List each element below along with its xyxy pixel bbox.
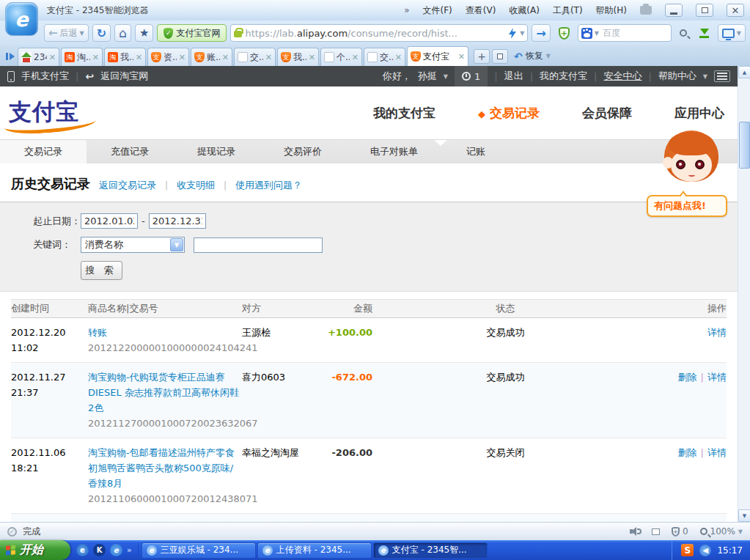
search-go-button[interactable] [675,24,691,42]
tab-close-icon[interactable]: ✕ [92,53,99,62]
product-link[interactable]: 淘宝购物-包邮看描述温州特产零食初旭鸭舌酱鸭舌头散称500克原味/香辣8月 [88,445,240,491]
tab-list-toggle-icon[interactable] [3,48,18,65]
task-upload[interactable]: e上传资料 - 2345... [257,542,372,559]
search-button[interactable]: 搜 索 [81,261,122,280]
tab-taobao-1[interactable]: 淘淘...✕ [61,48,103,66]
income-expense-link[interactable]: 收支明细 [177,179,215,192]
detail-link[interactable]: 详情 [707,327,727,338]
forward-button[interactable]: → [532,24,550,42]
tab-page-3[interactable]: 交...✕ [364,48,405,66]
tab-page-1[interactable]: 交...✕ [234,48,276,66]
tab-page-2[interactable]: 个...✕ [320,48,362,66]
menu-view[interactable]: 查看(V) [466,4,496,17]
web-search-input[interactable] [601,27,652,39]
nav-transaction-records[interactable]: ◆交易记录 [478,105,540,122]
quick-launch-e-icon[interactable]: e [110,544,122,556]
tab-alipay-active[interactable]: 支支付宝✕ [407,46,468,66]
tab-close-icon[interactable]: ✕ [309,53,315,62]
tab-2345-home[interactable]: 234...✕ [18,48,59,66]
nav-my-alipay[interactable]: 我的支付宝 [373,105,435,122]
restore-closed-tab-button[interactable]: ↶ 恢复 ▼ [514,50,551,62]
date-from-input[interactable] [81,213,138,229]
menu-help[interactable]: 帮助(H) [596,4,627,17]
skin-icon[interactable] [640,6,652,15]
detail-link[interactable]: 详情 [707,447,727,458]
menu-file[interactable]: 文件(F) [422,4,452,17]
task-alipay-active[interactable]: e支付宝 - 2345智... [373,542,488,559]
username-link[interactable]: 孙挺 [418,70,437,83]
back-to-records-link[interactable]: 返回交易记录 [99,179,156,192]
logout-link[interactable]: 退出 [504,70,523,83]
subnav-trade-reviews[interactable]: 交易评价 [260,140,346,163]
vertical-scrollbar[interactable]: ▲ ▼ [738,66,750,522]
tab-close-icon[interactable]: ✕ [395,53,402,62]
tab-taobao-2[interactable]: 淘我...✕ [104,48,146,66]
web-search-box[interactable]: ▼ [578,24,672,42]
help-assistant[interactable]: 有问题点我! [647,130,727,217]
favorite-star-button[interactable]: ★ [135,24,153,42]
scrollbar-thumb[interactable] [739,122,750,169]
lightning-icon[interactable] [508,28,517,39]
date-to-input[interactable] [149,213,206,229]
my-alipay-link[interactable]: 我的支付宝 [540,70,587,83]
subnav-recharge-records[interactable]: 充值记录 [87,140,173,163]
alipay-logo[interactable]: 支付宝 [9,97,79,128]
quick-launch-browser-icon[interactable]: e [76,544,89,556]
mobile-alipay-link[interactable]: 手机支付宝 [21,70,69,83]
tab-alipay-2[interactable]: 支账...✕ [191,48,232,66]
tab-stack-button[interactable] [492,49,508,64]
assistant-bubble[interactable]: 有问题点我! [647,195,727,217]
refresh-button[interactable]: ↻ [92,24,111,42]
cascade-windows-icon[interactable] [652,528,660,535]
product-link[interactable]: 淘宝购物-代购现货专柜正品迪赛 DIESEL 杂志推荐款前卫高帮休闲鞋 2色 [88,369,240,416]
list-menu-icon[interactable] [714,70,730,82]
task-sanya[interactable]: e三亚娱乐城 - 234... [141,542,256,559]
ad-block-indicator[interactable]: + 0 [672,526,688,537]
home-button[interactable]: ⌂ [114,24,131,42]
new-tab-button[interactable]: + [474,49,490,64]
minimize-button[interactable] [665,4,683,17]
menu-tools[interactable]: 工具(T) [553,4,583,17]
zoom-caret-icon[interactable]: ▼ [738,528,743,535]
nav-member-protection[interactable]: 会员保障 [582,105,632,122]
tab-close-icon[interactable]: ✕ [179,53,185,62]
menu-overflow-chevron[interactable]: » [404,5,409,15]
subnav-bookkeeping[interactable]: 记账 [442,140,510,163]
zoom-control[interactable]: 100% ▼ [700,526,743,537]
tab-close-icon[interactable]: ✕ [136,53,142,62]
alipay-official-site-button[interactable]: ✓ 支付宝官网 [157,24,227,42]
restore-caret-icon[interactable]: ▼ [546,53,551,59]
tab-close-icon[interactable]: ✕ [49,53,56,62]
tab-alipay-1[interactable]: 支资...✕ [147,48,189,66]
security-shield-button[interactable]: + [554,24,574,42]
close-button[interactable]: ✕ [727,4,744,17]
usage-problem-link[interactable]: 使用遇到问题？ [235,179,302,192]
assistant-avatar[interactable] [660,130,723,189]
select-arrow-icon[interactable]: ▼ [170,238,183,251]
tab-close-icon[interactable]: ✕ [265,53,272,62]
help-center-link[interactable]: 帮助中心 [658,70,696,83]
tray-collapse-icon[interactable]: ◀ [699,545,711,556]
restore-window-button[interactable] [696,4,713,17]
address-bar[interactable]: https://lab.alipay.com/consume/record/hi… [230,24,528,42]
browser-logo-icon[interactable]: e [5,2,38,36]
back-to-taobao-link[interactable]: 返回淘宝网 [100,70,148,83]
quick-launch-overflow-chevron[interactable]: » [127,545,132,555]
speaker-icon[interactable] [630,527,640,536]
quick-launch-k-icon[interactable]: K [93,544,106,556]
nav-app-center[interactable]: 应用中心 [674,105,724,122]
tab-alipay-3[interactable]: 支我...✕ [277,48,319,66]
help-caret-icon[interactable]: ▼ [703,73,707,80]
user-caret-icon[interactable]: ▼ [444,73,448,80]
back-history-caret-icon[interactable]: ▼ [80,30,84,37]
delete-link[interactable]: 删除 [678,372,697,383]
tab-close-icon[interactable]: ✕ [352,53,359,62]
detail-link[interactable]: 详情 [707,372,727,383]
address-dropdown-caret-icon[interactable]: ▼ [520,30,524,37]
tab-close-icon[interactable]: ✕ [222,53,229,62]
url-text[interactable]: https://lab.alipay.com/consume/record/hi… [245,28,457,39]
security-center-link[interactable]: 安全中心 [603,70,641,83]
start-button[interactable]: 开始 [0,540,70,560]
scroll-up-icon[interactable]: ▲ [738,66,750,78]
subnav-e-statement[interactable]: 电子对账单 [346,140,442,163]
